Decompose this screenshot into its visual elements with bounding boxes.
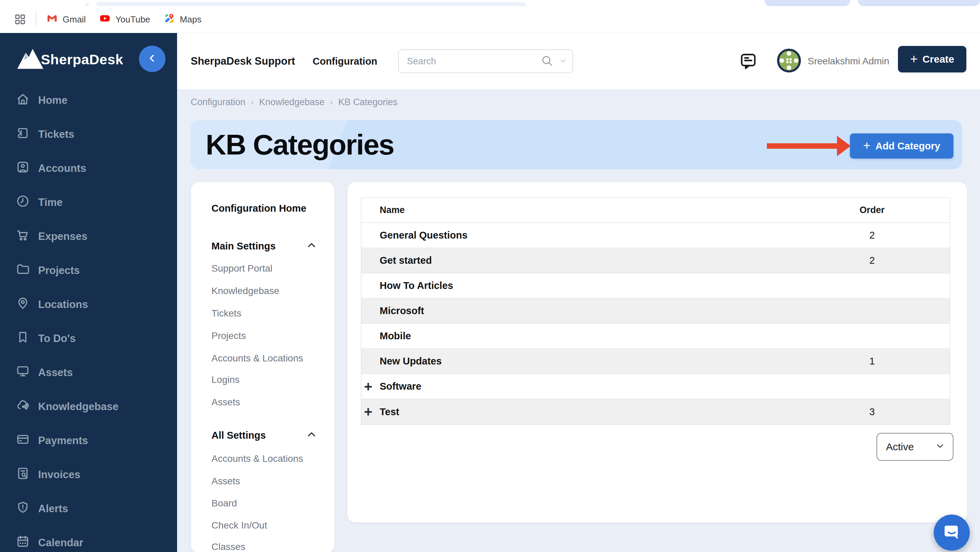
browser-tab-sliver (764, 0, 850, 6)
table-row[interactable]: Mobile (361, 324, 950, 349)
cart-icon (16, 228, 30, 245)
config-menu-item[interactable]: Accounts & Locations (212, 353, 303, 364)
config-menu-item[interactable]: Tickets (212, 308, 242, 319)
sidebar-item-calendar[interactable]: Calendar (0, 526, 177, 552)
column-header-order: Order (838, 205, 906, 216)
gmail-icon (47, 13, 57, 26)
kb-categories-table: Name Order General Questions 2 Get start… (361, 197, 950, 425)
sidebar-item-todos[interactable]: To Do's (0, 322, 177, 355)
table-row[interactable]: + Test 3 (361, 399, 950, 424)
chevron-up-icon[interactable] (307, 430, 317, 441)
map-pin-icon (16, 296, 30, 313)
bookmark-label: Gmail (63, 14, 86, 25)
bookmarks-separator (36, 12, 37, 27)
search-input[interactable] (399, 50, 540, 73)
sidebar-item-label: Locations (38, 298, 88, 311)
configuration-nav-link[interactable]: Configuration (313, 56, 377, 67)
sidebar-item-invoices[interactable]: Invoices (0, 458, 177, 492)
user-name[interactable]: Sreelakshmi Admin (808, 56, 889, 67)
bookmarks-bar: Gmail YouTube Maps (0, 6, 980, 33)
sidebar-item-knowledgebase[interactable]: Knowledgebase (0, 390, 177, 424)
category-name: New Updates (361, 355, 442, 367)
sidebar-item-label: Calendar (38, 537, 83, 549)
bookmark-maps[interactable]: Maps (164, 13, 202, 26)
chevron-up-icon[interactable] (307, 240, 317, 252)
sidebar-item-payments[interactable]: Payments (0, 424, 177, 458)
sidebar: SherpaDesk Home Tickets Accounts Time Ex… (0, 33, 177, 552)
user-avatar[interactable] (777, 49, 801, 73)
calendar-icon (16, 534, 30, 551)
sidebar-item-tickets[interactable]: Tickets (0, 117, 177, 151)
sidebar-item-locations[interactable]: Locations (0, 287, 177, 322)
breadcrumb-knowledgebase[interactable]: Knowledgebase (259, 97, 325, 108)
config-menu-item[interactable]: Knowledgebase (212, 286, 279, 297)
sidebar-item-expenses[interactable]: Expenses (0, 219, 177, 254)
sidebar-item-label: Expenses (38, 230, 88, 243)
status-filter-select[interactable]: Active (877, 433, 953, 461)
config-menu-home[interactable]: Configuration Home (212, 203, 307, 214)
config-menu-item[interactable]: Logins (212, 374, 240, 385)
expand-plus-icon[interactable]: + (364, 379, 372, 394)
sidebar-item-projects[interactable]: Projects (0, 254, 177, 287)
bookmark-gmail[interactable]: Gmail (47, 13, 86, 26)
config-menu-item[interactable]: Accounts & Locations (212, 453, 303, 464)
sherpadesk-logo[interactable]: SherpaDesk (16, 47, 123, 73)
config-menu-item[interactable]: Support Portal (212, 263, 272, 274)
category-name: General Questions (361, 230, 468, 241)
folder-icon (16, 262, 30, 279)
config-section-all-settings[interactable]: All Settings (212, 430, 266, 441)
annotation-arrow-head (837, 136, 851, 156)
sidebar-item-label: Home (38, 94, 67, 106)
bookmark-label: YouTube (115, 14, 150, 25)
logo-text: SherpaDesk (41, 52, 123, 68)
config-menu-item[interactable]: Assets (212, 397, 240, 408)
table-row[interactable]: Get started 2 (361, 248, 950, 273)
search-icon[interactable] (540, 54, 553, 68)
config-menu-item[interactable]: Board (212, 498, 237, 509)
table-row[interactable]: How To Articles (361, 273, 950, 298)
expand-plus-icon[interactable]: + (364, 404, 372, 419)
account-title[interactable]: SherpaDesk Support (191, 55, 295, 67)
table-row[interactable]: Microsoft (361, 298, 950, 324)
messages-icon[interactable] (739, 52, 758, 71)
sidebar-item-assets[interactable]: Assets (0, 355, 177, 390)
sidebar-item-label: Payments (38, 435, 88, 447)
configuration-menu: Configuration Home Main Settings Support… (191, 182, 334, 552)
sidebar-nav: Home Tickets Accounts Time Expenses Proj… (0, 83, 177, 552)
table-row[interactable]: General Questions 2 (361, 223, 950, 248)
cloud-share-icon (16, 398, 30, 415)
breadcrumb-configuration[interactable]: Configuration (191, 97, 245, 108)
add-category-button[interactable]: + Add Category (850, 133, 953, 159)
config-menu-item[interactable]: Projects (212, 330, 246, 341)
config-menu-item[interactable]: Check In/Out (212, 520, 267, 531)
category-name: Mobile (361, 330, 411, 342)
sidebar-item-time[interactable]: Time (0, 186, 177, 219)
search-scope-chevron-icon[interactable] (559, 56, 568, 67)
person-card-icon (16, 160, 30, 177)
config-menu-item[interactable]: Assets (212, 476, 240, 487)
ticket-icon (16, 126, 30, 143)
config-menu-item[interactable]: Classes (212, 541, 245, 552)
sidebar-item-label: To Do's (38, 333, 76, 345)
invoice-icon (16, 466, 30, 483)
chat-launcher-button[interactable] (934, 515, 970, 550)
table-row[interactable]: + Software (361, 374, 950, 399)
sidebar-item-alerts[interactable]: Alerts (0, 492, 177, 526)
global-search (398, 49, 573, 73)
plus-icon: + (910, 52, 918, 65)
create-button[interactable]: + Create (898, 46, 966, 73)
apps-grid-icon[interactable] (13, 12, 28, 27)
app-header: SherpaDesk Support Configuration Sreelak… (177, 33, 980, 89)
sidebar-item-label: Knowledgebase (38, 401, 118, 413)
browser-top-strip (0, 0, 980, 6)
bookmark-label: Maps (180, 14, 202, 25)
sidebar-item-home[interactable]: Home (0, 83, 177, 117)
config-section-main-settings[interactable]: Main Settings (212, 241, 276, 252)
sidebar-collapse-button[interactable] (139, 46, 165, 72)
table-row[interactable]: New Updates 1 (361, 349, 950, 374)
bookmark-youtube[interactable]: YouTube (99, 13, 150, 26)
breadcrumb-separator: › (330, 97, 332, 107)
youtube-icon (99, 13, 110, 26)
sidebar-item-accounts[interactable]: Accounts (0, 151, 177, 186)
bookmark-icon (16, 330, 30, 347)
